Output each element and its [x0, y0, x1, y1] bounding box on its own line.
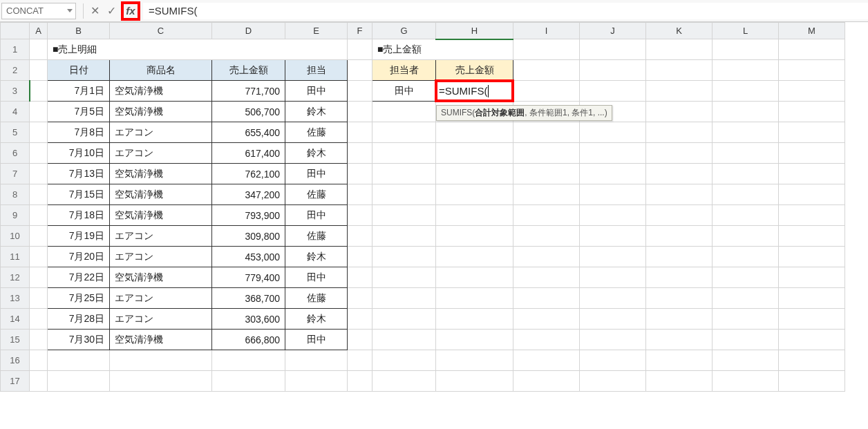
cell-E3[interactable]: 田中	[285, 81, 348, 102]
cell-B11[interactable]: 7月20日	[48, 247, 110, 267]
cell-D3[interactable]: 771,700	[212, 81, 285, 102]
cell-J2[interactable]	[580, 60, 646, 81]
cell-J1[interactable]	[580, 39, 646, 60]
cell-F7[interactable]	[348, 164, 372, 184]
cell-D13[interactable]: 368,700	[212, 288, 285, 309]
cell-M3[interactable]	[779, 81, 845, 102]
cell-K16[interactable]	[646, 350, 713, 371]
cell-E11[interactable]: 鈴木	[285, 247, 348, 267]
cell-B6[interactable]: 7月10日	[48, 143, 110, 164]
cell-D9[interactable]: 793,900	[212, 205, 285, 226]
spreadsheet-grid[interactable]: A B C D E F G H I J K L M 1■売上明細■売上金額2日付…	[0, 22, 868, 392]
cell-C10[interactable]: エアコン	[110, 226, 212, 247]
cell-E13[interactable]: 佐藤	[285, 288, 348, 309]
row-header-9[interactable]: 9	[1, 205, 30, 226]
cell-F17[interactable]	[348, 371, 372, 392]
row-header-10[interactable]: 10	[1, 226, 30, 247]
cell-B2[interactable]: 日付	[48, 60, 110, 81]
cell-H2[interactable]: 売上金額	[436, 60, 513, 81]
col-header-B[interactable]: B	[48, 23, 110, 39]
cell-L6[interactable]	[713, 143, 779, 164]
cell-A13[interactable]	[30, 288, 48, 309]
cell-H12[interactable]	[436, 267, 513, 288]
cancel-button[interactable]: ✕	[86, 3, 103, 19]
cell-F6[interactable]	[348, 143, 372, 164]
cell-K4[interactable]	[646, 102, 713, 122]
cell-L15[interactable]	[713, 330, 779, 350]
cell-M1[interactable]	[779, 39, 845, 60]
cell-C7[interactable]: 空気清浄機	[110, 164, 212, 184]
cell-L10[interactable]	[713, 226, 779, 247]
cell-D17[interactable]	[212, 371, 285, 392]
cell-C2[interactable]: 商品名	[110, 60, 212, 81]
cell-D7[interactable]: 762,100	[212, 164, 285, 184]
cell-L11[interactable]	[713, 247, 779, 267]
cell-E12[interactable]: 田中	[285, 267, 348, 288]
row-header-17[interactable]: 17	[1, 371, 30, 392]
cell-I11[interactable]	[513, 247, 580, 267]
insert-function-button[interactable]: fx	[121, 1, 140, 21]
cell-F12[interactable]	[348, 267, 372, 288]
cell-H9[interactable]	[436, 205, 513, 226]
cell-G9[interactable]	[372, 205, 436, 226]
cell-L4[interactable]	[713, 102, 779, 122]
cell-E15[interactable]: 田中	[285, 330, 348, 350]
cell-G14[interactable]	[372, 309, 436, 330]
cell-editor[interactable]: =SUMIFS(	[436, 81, 489, 101]
cell-B3[interactable]: 7月1日	[48, 81, 110, 102]
cell-C3[interactable]: 空気清浄機	[110, 81, 212, 102]
cell-A17[interactable]	[30, 371, 48, 392]
cell-A6[interactable]	[30, 143, 48, 164]
cell-H6[interactable]	[436, 143, 513, 164]
cell-K14[interactable]	[646, 309, 713, 330]
cell-M4[interactable]	[779, 102, 845, 122]
cell-G12[interactable]	[372, 267, 436, 288]
cell-I14[interactable]	[513, 309, 580, 330]
cell-D12[interactable]: 779,400	[212, 267, 285, 288]
cell-B8[interactable]: 7月15日	[48, 184, 110, 205]
cell-H13[interactable]	[436, 288, 513, 309]
cell-D2[interactable]: 売上金額	[212, 60, 285, 81]
cell-D14[interactable]: 303,600	[212, 309, 285, 330]
cell-K13[interactable]	[646, 288, 713, 309]
cell-M13[interactable]	[779, 288, 845, 309]
cell-J5[interactable]	[580, 122, 646, 143]
cell-D6[interactable]: 617,400	[212, 143, 285, 164]
cell-I16[interactable]	[513, 350, 580, 371]
cell-I1[interactable]	[513, 39, 580, 60]
cell-L9[interactable]	[713, 205, 779, 226]
cell-M15[interactable]	[779, 330, 845, 350]
cell-K9[interactable]	[646, 205, 713, 226]
formula-input[interactable]: =SUMIFS(	[143, 3, 868, 19]
cell-G13[interactable]	[372, 288, 436, 309]
cell-B16[interactable]	[48, 350, 110, 371]
cell-B4[interactable]: 7月5日	[48, 102, 110, 122]
cell-A3[interactable]	[30, 81, 48, 102]
cell-D8[interactable]: 347,200	[212, 184, 285, 205]
cell-K3[interactable]	[646, 81, 713, 102]
col-header-J[interactable]: J	[580, 23, 646, 39]
cell-I6[interactable]	[513, 143, 580, 164]
cell-G6[interactable]	[372, 143, 436, 164]
cell-L7[interactable]	[713, 164, 779, 184]
cell-E2[interactable]: 担当	[285, 60, 348, 81]
cell-F9[interactable]	[348, 205, 372, 226]
cell-E7[interactable]: 田中	[285, 164, 348, 184]
cell-C17[interactable]	[110, 371, 212, 392]
cell-M9[interactable]	[779, 205, 845, 226]
cell-G8[interactable]	[372, 184, 436, 205]
cell-C5[interactable]: エアコン	[110, 122, 212, 143]
cell-D15[interactable]: 666,800	[212, 330, 285, 350]
cell-I2[interactable]	[513, 60, 580, 81]
col-header-M[interactable]: M	[779, 23, 845, 39]
cell-G15[interactable]	[372, 330, 436, 350]
cell-B17[interactable]	[48, 371, 110, 392]
cell-I13[interactable]	[513, 288, 580, 309]
cell-F1[interactable]	[348, 39, 372, 60]
row-header-1[interactable]: 1	[1, 39, 30, 60]
row-header-11[interactable]: 11	[1, 247, 30, 267]
cell-M16[interactable]	[779, 350, 845, 371]
row-header-8[interactable]: 8	[1, 184, 30, 205]
row-header-16[interactable]: 16	[1, 350, 30, 371]
cell-C13[interactable]: エアコン	[110, 288, 212, 309]
